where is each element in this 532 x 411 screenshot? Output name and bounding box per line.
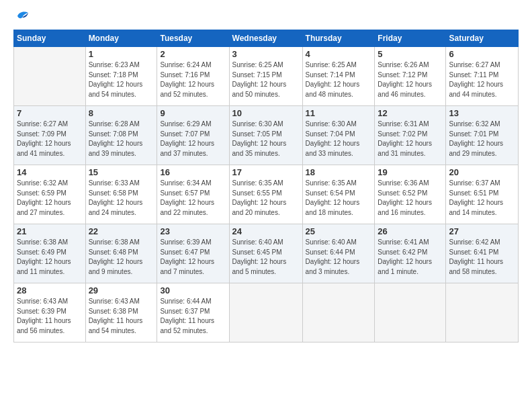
calendar-cell bbox=[229, 283, 302, 342]
calendar-cell: 16Sunrise: 6:34 AMSunset: 6:57 PMDayligh… bbox=[157, 165, 229, 224]
day-number: 21 bbox=[17, 226, 83, 236]
day-info: Sunrise: 6:39 AMSunset: 6:47 PMDaylight:… bbox=[160, 238, 226, 277]
weekday-header-wednesday: Wednesday bbox=[229, 30, 302, 47]
calendar-cell: 9Sunrise: 6:29 AMSunset: 7:07 PMDaylight… bbox=[157, 106, 229, 165]
weekday-header-sunday: Sunday bbox=[14, 30, 86, 47]
day-info: Sunrise: 6:29 AMSunset: 7:07 PMDaylight:… bbox=[160, 120, 226, 158]
calendar-cell bbox=[375, 283, 446, 342]
calendar-cell: 22Sunrise: 6:38 AMSunset: 6:48 PMDayligh… bbox=[85, 224, 157, 283]
calendar-cell: 4Sunrise: 6:25 AMSunset: 7:14 PMDaylight… bbox=[302, 47, 375, 106]
calendar-cell: 30Sunrise: 6:44 AMSunset: 6:37 PMDayligh… bbox=[157, 283, 229, 342]
calendar-cell: 29Sunrise: 6:43 AMSunset: 6:38 PMDayligh… bbox=[85, 283, 157, 342]
day-number: 5 bbox=[378, 49, 443, 59]
calendar-cell: 15Sunrise: 6:33 AMSunset: 6:58 PMDayligh… bbox=[85, 165, 157, 224]
day-info: Sunrise: 6:23 AMSunset: 7:18 PMDaylight:… bbox=[89, 60, 154, 99]
calendar-cell: 28Sunrise: 6:43 AMSunset: 6:39 PMDayligh… bbox=[14, 283, 86, 342]
day-info: Sunrise: 6:40 AMSunset: 6:45 PMDaylight:… bbox=[232, 238, 300, 277]
day-info: Sunrise: 6:26 AMSunset: 7:12 PMDaylight:… bbox=[378, 60, 443, 99]
weekday-header-tuesday: Tuesday bbox=[157, 30, 229, 47]
day-number: 12 bbox=[378, 108, 443, 118]
calendar-cell: 14Sunrise: 6:32 AMSunset: 6:59 PMDayligh… bbox=[14, 165, 86, 224]
weekday-header-monday: Monday bbox=[85, 30, 157, 47]
day-info: Sunrise: 6:36 AMSunset: 6:52 PMDaylight:… bbox=[378, 179, 443, 218]
day-info: Sunrise: 6:33 AMSunset: 6:58 PMDaylight:… bbox=[89, 179, 154, 218]
day-info: Sunrise: 6:25 AMSunset: 7:14 PMDaylight:… bbox=[306, 60, 372, 99]
day-number: 6 bbox=[449, 49, 515, 59]
day-number: 23 bbox=[160, 226, 226, 236]
weekday-header-thursday: Thursday bbox=[302, 30, 375, 47]
calendar-cell: 20Sunrise: 6:37 AMSunset: 6:51 PMDayligh… bbox=[446, 165, 519, 224]
day-info: Sunrise: 6:43 AMSunset: 6:38 PMDaylight:… bbox=[89, 297, 154, 336]
day-number: 29 bbox=[89, 285, 154, 295]
calendar-cell: 25Sunrise: 6:40 AMSunset: 6:44 PMDayligh… bbox=[302, 224, 375, 283]
day-number: 10 bbox=[232, 108, 300, 118]
day-info: Sunrise: 6:24 AMSunset: 7:16 PMDaylight:… bbox=[160, 60, 226, 99]
day-info: Sunrise: 6:32 AMSunset: 6:59 PMDaylight:… bbox=[17, 179, 83, 218]
calendar-table: SundayMondayTuesdayWednesdayThursdayFrid… bbox=[13, 30, 519, 342]
calendar-cell: 18Sunrise: 6:35 AMSunset: 6:54 PMDayligh… bbox=[302, 165, 375, 224]
calendar-cell: 11Sunrise: 6:30 AMSunset: 7:04 PMDayligh… bbox=[302, 106, 375, 165]
calendar-week-row: 14Sunrise: 6:32 AMSunset: 6:59 PMDayligh… bbox=[14, 165, 519, 224]
calendar-week-row: 21Sunrise: 6:38 AMSunset: 6:49 PMDayligh… bbox=[14, 224, 519, 283]
day-info: Sunrise: 6:42 AMSunset: 6:41 PMDaylight:… bbox=[449, 238, 515, 277]
calendar-cell: 2Sunrise: 6:24 AMSunset: 7:16 PMDaylight… bbox=[157, 47, 229, 106]
calendar-cell: 17Sunrise: 6:35 AMSunset: 6:55 PMDayligh… bbox=[229, 165, 302, 224]
day-info: Sunrise: 6:27 AMSunset: 7:09 PMDaylight:… bbox=[17, 120, 83, 158]
day-number: 27 bbox=[449, 226, 515, 236]
calendar-week-row: 28Sunrise: 6:43 AMSunset: 6:39 PMDayligh… bbox=[14, 283, 519, 342]
logo bbox=[13, 11, 30, 23]
day-number: 24 bbox=[232, 226, 300, 236]
day-info: Sunrise: 6:27 AMSunset: 7:11 PMDaylight:… bbox=[449, 60, 515, 99]
day-number: 9 bbox=[160, 108, 226, 118]
day-info: Sunrise: 6:31 AMSunset: 7:02 PMDaylight:… bbox=[378, 120, 443, 158]
day-number: 17 bbox=[232, 167, 300, 177]
header bbox=[13, 11, 519, 23]
day-number: 18 bbox=[306, 167, 372, 177]
day-number: 28 bbox=[17, 285, 83, 295]
calendar-cell: 24Sunrise: 6:40 AMSunset: 6:45 PMDayligh… bbox=[229, 224, 302, 283]
day-info: Sunrise: 6:30 AMSunset: 7:04 PMDaylight:… bbox=[306, 120, 372, 158]
day-info: Sunrise: 6:30 AMSunset: 7:05 PMDaylight:… bbox=[232, 120, 300, 158]
day-info: Sunrise: 6:38 AMSunset: 6:49 PMDaylight:… bbox=[17, 238, 83, 277]
day-number: 1 bbox=[89, 49, 154, 59]
calendar-cell bbox=[14, 47, 86, 106]
day-number: 14 bbox=[17, 167, 83, 177]
calendar-cell: 26Sunrise: 6:41 AMSunset: 6:42 PMDayligh… bbox=[375, 224, 446, 283]
calendar-cell: 13Sunrise: 6:32 AMSunset: 7:01 PMDayligh… bbox=[446, 106, 519, 165]
calendar-cell: 5Sunrise: 6:26 AMSunset: 7:12 PMDaylight… bbox=[375, 47, 446, 106]
calendar-cell: 10Sunrise: 6:30 AMSunset: 7:05 PMDayligh… bbox=[229, 106, 302, 165]
day-number: 7 bbox=[17, 108, 83, 118]
day-info: Sunrise: 6:43 AMSunset: 6:39 PMDaylight:… bbox=[17, 297, 83, 336]
day-number: 19 bbox=[378, 167, 443, 177]
calendar-cell: 8Sunrise: 6:28 AMSunset: 7:08 PMDaylight… bbox=[85, 106, 157, 165]
day-info: Sunrise: 6:44 AMSunset: 6:37 PMDaylight:… bbox=[160, 297, 226, 336]
calendar-cell bbox=[302, 283, 375, 342]
calendar-cell: 7Sunrise: 6:27 AMSunset: 7:09 PMDaylight… bbox=[14, 106, 86, 165]
calendar-week-row: 1Sunrise: 6:23 AMSunset: 7:18 PMDaylight… bbox=[14, 47, 519, 106]
day-number: 30 bbox=[160, 285, 226, 295]
day-number: 8 bbox=[89, 108, 154, 118]
weekday-header-saturday: Saturday bbox=[446, 30, 519, 47]
weekday-header-friday: Friday bbox=[375, 30, 446, 47]
day-info: Sunrise: 6:38 AMSunset: 6:48 PMDaylight:… bbox=[89, 238, 154, 277]
day-info: Sunrise: 6:37 AMSunset: 6:51 PMDaylight:… bbox=[449, 179, 515, 218]
logo-bird-icon bbox=[15, 9, 30, 23]
calendar-cell: 21Sunrise: 6:38 AMSunset: 6:49 PMDayligh… bbox=[14, 224, 86, 283]
day-number: 11 bbox=[306, 108, 372, 118]
calendar-week-row: 7Sunrise: 6:27 AMSunset: 7:09 PMDaylight… bbox=[14, 106, 519, 165]
day-number: 2 bbox=[160, 49, 226, 59]
calendar-cell: 12Sunrise: 6:31 AMSunset: 7:02 PMDayligh… bbox=[375, 106, 446, 165]
calendar-cell: 6Sunrise: 6:27 AMSunset: 7:11 PMDaylight… bbox=[446, 47, 519, 106]
calendar-cell: 3Sunrise: 6:25 AMSunset: 7:15 PMDaylight… bbox=[229, 47, 302, 106]
day-number: 15 bbox=[89, 167, 154, 177]
calendar-cell: 27Sunrise: 6:42 AMSunset: 6:41 PMDayligh… bbox=[446, 224, 519, 283]
calendar-cell: 1Sunrise: 6:23 AMSunset: 7:18 PMDaylight… bbox=[85, 47, 157, 106]
day-number: 20 bbox=[449, 167, 515, 177]
calendar-cell: 19Sunrise: 6:36 AMSunset: 6:52 PMDayligh… bbox=[375, 165, 446, 224]
day-number: 16 bbox=[160, 167, 226, 177]
day-info: Sunrise: 6:32 AMSunset: 7:01 PMDaylight:… bbox=[449, 120, 515, 158]
calendar-cell: 23Sunrise: 6:39 AMSunset: 6:47 PMDayligh… bbox=[157, 224, 229, 283]
day-number: 26 bbox=[378, 226, 443, 236]
day-number: 25 bbox=[306, 226, 372, 236]
day-number: 13 bbox=[449, 108, 515, 118]
